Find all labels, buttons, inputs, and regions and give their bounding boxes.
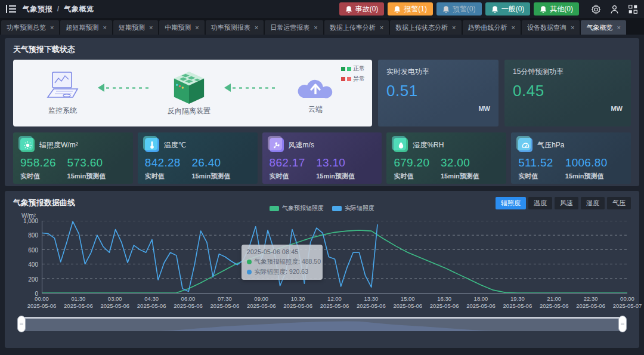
legend-square [341,67,345,71]
tab[interactable]: 趋势曲线分析 × [463,20,521,35]
x-tick-label: 22:302025-05-06 [576,295,605,310]
breadcrumb-section[interactable]: 气象预报 [23,5,52,13]
tab-label: 日常运营报表 [270,23,309,32]
datazoom-right-handle[interactable] [618,316,627,332]
alert-buttons: 事故(0) 报警(1) 预警(0) 一般(0) 其他(0) [339,2,579,16]
chart-area: W/m² 02004006008001,000 2025-05-06 08:45… [13,221,631,311]
tab[interactable]: 功率预测报表 × [206,20,264,35]
metric-card-irradiance: 辐照度W/m² 958.26实时值 573.6015min预测值 [13,132,133,184]
tab-close-icon[interactable]: × [571,24,574,31]
button-wind[interactable]: 风速 [555,197,578,209]
x-tick-label: 15:002025-05-06 [393,295,422,310]
x-axis-labels: 00:002025-05-0601:302025-05-0603:002025-… [42,295,627,311]
tab-close-icon[interactable]: × [512,24,515,31]
flow-arrow-right [224,84,280,92]
legend-square [341,77,345,81]
tab-label: 短期预测 [119,23,145,32]
tab[interactable]: 气象概览 × [581,20,626,35]
series-dot [247,270,252,274]
tab-label: 设备数据查询 [527,23,566,32]
tab[interactable]: 功率预测总览 × [1,20,59,35]
tab-close-icon[interactable]: × [617,24,620,31]
pressure-gauge-icon [522,141,530,149]
tab[interactable]: 中期预测 × [159,20,204,35]
status-legend: 正常 异常 [341,64,365,85]
x-tick-label: 21:002025-05-06 [540,295,569,310]
y-tick-label: 800 [28,232,38,239]
alert-button-warning[interactable]: 预警(0) [436,2,482,16]
tab-label: 数据上传状态分析 [395,23,448,32]
node-label: 监控系统 [48,106,77,116]
tab-bar: 功率预测总览 × 超短期预测 × 短期预测 × 中期预测 × 功率预测报表 × … [0,18,644,35]
tab[interactable]: 数据上传状态分析 × [390,20,461,35]
flow-arrow-left [98,84,154,92]
button-temperature[interactable]: 温度 [528,197,552,209]
chart-title: 气象预报数据曲线 [13,197,75,208]
legend-item-actual[interactable]: 实际辐照度 [332,204,374,212]
menu-icon[interactable] [6,4,17,14]
chart-legend: 气象预报辐照度 实际辐照度 [270,204,374,212]
forecast-power-value: 0.45 [513,82,623,100]
tab[interactable]: 超短期预测 × [60,20,112,35]
node-monitor-system: 监控系统 [30,71,95,116]
metric-title: 气压hPa [537,140,564,150]
user-icon[interactable] [609,4,620,14]
button-irradiance[interactable]: 辐照度 [496,197,526,209]
tab-label: 气象概览 [586,23,612,32]
x-tick-label: 09:002025-05-06 [247,295,276,310]
tab-close-icon[interactable]: × [149,24,153,31]
weather-download-status-panel: 天气预报下载状态 监控系统 [5,38,639,186]
tab-close-icon[interactable]: × [380,24,383,31]
tab[interactable]: 短期预测 × [113,20,158,35]
bell-icon [394,5,401,13]
legend-item-forecast[interactable]: 气象预报辐照度 [270,204,324,212]
isolation-device-icon [171,70,208,105]
x-tick-label: 03:002025-05-06 [100,295,129,310]
metric-card-pressure: 气压hPa 511.52实时值 1006.8015min预测值 [511,132,631,184]
datazoom-slider[interactable] [21,317,623,331]
breadcrumb-separator: / [57,5,60,13]
metric-title: 辐照度W/m² [39,140,78,150]
alert-button-alarm[interactable]: 报警(1) [388,2,433,16]
forecast-value: 26.40 [191,156,250,169]
x-tick-label: 18:002025-05-06 [466,295,496,310]
forecast-power-panel: 15分钟预测功率 0.45 MW [504,60,631,126]
metric-title: 风速m/s [289,140,314,150]
realtime-value: 958.26 [20,156,67,169]
tab[interactable]: 设备数据查询 × [522,20,580,35]
x-tick-label: 00:002025-05-06 [27,295,57,310]
tab-close-icon[interactable]: × [255,24,258,31]
tab-close-icon[interactable]: × [452,24,456,31]
tab-label: 中期预测 [165,23,191,32]
tab-close-icon[interactable]: × [103,24,106,31]
y-tick-label: 200 [28,276,38,282]
x-tick-label: 10:302025-05-06 [283,295,312,310]
gear-icon[interactable] [591,4,601,14]
x-tick-label: 01:302025-05-06 [64,295,93,310]
wind-fan-icon [273,141,280,149]
y-tick-label: 1,000 [23,218,38,224]
panel-title: 实时发电功率 [386,67,490,77]
tooltip-row-actual: 实际辐照度: 920.63 [247,268,317,276]
tab[interactable]: 数据上传率分析 × [324,20,389,35]
datazoom-left-handle[interactable] [17,316,26,332]
forecast-value: 1006.80 [565,156,624,169]
power-unit: MW [611,105,623,112]
alert-button-general[interactable]: 一般(0) [485,2,531,16]
button-pressure[interactable]: 气压 [607,197,631,209]
tab[interactable]: 日常运营报表 × [265,20,323,35]
status-panel-title: 天气预报下载状态 [13,44,631,55]
bell-icon [540,5,547,13]
legend-square [347,67,351,71]
button-humidity[interactable]: 湿度 [581,197,605,209]
forecast-curve-panel: 气象预报数据曲线 气象预报辐照度 实际辐照度 辐照度 温度 风速 湿度 气压 [5,191,639,348]
tab-close-icon[interactable]: × [50,24,54,31]
tab-close-icon[interactable]: × [195,24,199,31]
chart-grid[interactable]: 2025-05-06 08:45 气象预报辐照度: 488.50 实际辐照度: … [42,221,627,294]
sun-icon [24,141,32,149]
tab-close-icon[interactable]: × [314,24,317,31]
alert-button-accident[interactable]: 事故(0) [339,2,385,16]
alert-button-other[interactable]: 其他(0) [534,2,579,16]
humidity-icon [397,141,405,149]
apps-grid-icon[interactable] [628,4,638,14]
